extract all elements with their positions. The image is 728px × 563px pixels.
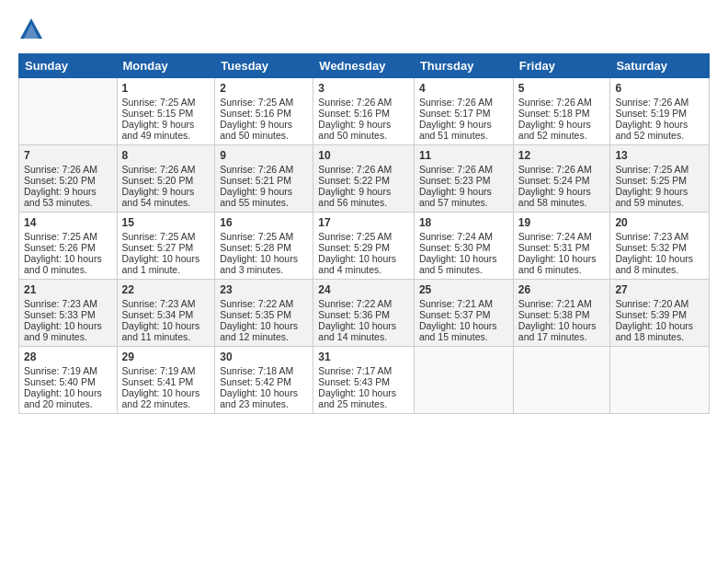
day-info-line: Sunrise: 7:25 AM — [318, 231, 409, 242]
day-info-line: Sunset: 5:37 PM — [419, 309, 508, 320]
day-info-line: Daylight: 9 hours — [419, 119, 508, 130]
day-info-line: Sunrise: 7:21 AM — [518, 298, 606, 309]
page: SundayMondayTuesdayWednesdayThursdayFrid… — [0, 0, 728, 423]
calendar-cell: 3Sunrise: 7:26 AMSunset: 5:16 PMDaylight… — [313, 78, 415, 145]
day-info-line: Sunrise: 7:26 AM — [419, 97, 508, 108]
day-number: 21 — [24, 283, 112, 296]
day-info-line: Sunrise: 7:25 AM — [220, 97, 308, 108]
day-info-line: Daylight: 10 hours — [122, 387, 210, 398]
header — [18, 17, 710, 42]
day-number: 2 — [220, 82, 308, 95]
day-info-line: Sunset: 5:24 PM — [518, 175, 606, 186]
day-info-line: Sunset: 5:42 PM — [220, 376, 308, 387]
calendar-cell: 7Sunrise: 7:26 AMSunset: 5:20 PMDaylight… — [19, 145, 118, 213]
day-info-line: Sunset: 5:16 PM — [220, 108, 308, 119]
day-info-line: Daylight: 10 hours — [318, 253, 409, 264]
calendar-cell: 22Sunrise: 7:23 AMSunset: 5:34 PMDayligh… — [117, 280, 215, 347]
calendar-cell: 29Sunrise: 7:19 AMSunset: 5:41 PMDayligh… — [117, 347, 215, 414]
day-info-line: Sunset: 5:21 PM — [220, 175, 308, 186]
day-info-line: Daylight: 10 hours — [24, 253, 112, 264]
day-info-line: and 50 minutes. — [318, 130, 409, 141]
day-info-line: Daylight: 10 hours — [615, 320, 704, 331]
day-number: 16 — [220, 216, 308, 229]
day-info-line: and 22 minutes. — [122, 398, 210, 409]
day-info-line: Sunset: 5:29 PM — [318, 242, 409, 253]
day-number: 17 — [318, 216, 409, 229]
day-info-line: and 51 minutes. — [419, 130, 508, 141]
day-info-line: Daylight: 10 hours — [419, 320, 508, 331]
day-number: 11 — [419, 149, 508, 162]
day-info-line: Sunrise: 7:21 AM — [419, 298, 508, 309]
day-info-line: Sunrise: 7:26 AM — [122, 164, 210, 175]
day-info-line: Sunset: 5:38 PM — [518, 309, 606, 320]
day-info-line: Sunset: 5:39 PM — [615, 309, 704, 320]
day-info-line: Sunset: 5:17 PM — [419, 108, 508, 119]
day-info-line: Sunrise: 7:20 AM — [615, 298, 704, 309]
day-info-line: Sunset: 5:27 PM — [122, 242, 210, 253]
day-number: 13 — [615, 149, 704, 162]
day-info-line: and 0 minutes. — [24, 264, 112, 275]
calendar-cell: 2Sunrise: 7:25 AMSunset: 5:16 PMDaylight… — [215, 78, 313, 145]
day-info-line: and 52 minutes. — [615, 130, 704, 141]
calendar-week-row: 28Sunrise: 7:19 AMSunset: 5:40 PMDayligh… — [19, 347, 710, 414]
day-number: 28 — [24, 350, 112, 363]
day-info-line: Daylight: 10 hours — [419, 253, 508, 264]
day-number: 14 — [24, 216, 112, 229]
day-info-line: Sunrise: 7:22 AM — [220, 298, 308, 309]
day-info-line: Sunset: 5:40 PM — [24, 376, 112, 387]
day-info-line: Sunrise: 7:19 AM — [24, 365, 112, 376]
day-info-line: Sunrise: 7:17 AM — [318, 365, 409, 376]
day-info-line: Daylight: 9 hours — [24, 186, 112, 197]
day-info-line: Sunrise: 7:26 AM — [24, 164, 112, 175]
calendar-cell: 15Sunrise: 7:25 AMSunset: 5:27 PMDayligh… — [117, 213, 215, 280]
day-info-line: Sunset: 5:25 PM — [615, 175, 704, 186]
day-info-line: Sunset: 5:30 PM — [419, 242, 508, 253]
logo-icon — [18, 17, 44, 42]
calendar-table: SundayMondayTuesdayWednesdayThursdayFrid… — [18, 53, 710, 414]
weekday-header-saturday: Saturday — [610, 54, 710, 78]
day-info-line: Sunrise: 7:25 AM — [122, 97, 210, 108]
day-info-line: Sunrise: 7:26 AM — [318, 97, 409, 108]
day-number: 12 — [518, 149, 606, 162]
day-info-line: and 52 minutes. — [518, 130, 606, 141]
calendar-cell: 24Sunrise: 7:22 AMSunset: 5:36 PMDayligh… — [313, 280, 415, 347]
calendar-cell: 5Sunrise: 7:26 AMSunset: 5:18 PMDaylight… — [513, 78, 610, 145]
day-number: 9 — [220, 149, 308, 162]
day-info-line: and 25 minutes. — [318, 398, 409, 409]
calendar-cell: 8Sunrise: 7:26 AMSunset: 5:20 PMDaylight… — [117, 145, 215, 213]
day-info-line: Sunset: 5:22 PM — [318, 175, 409, 186]
day-info-line: Sunrise: 7:25 AM — [220, 231, 308, 242]
day-info-line: Sunrise: 7:26 AM — [419, 164, 508, 175]
day-info-line: Sunrise: 7:26 AM — [615, 97, 704, 108]
weekday-header-thursday: Thursday — [414, 54, 513, 78]
day-info-line: Sunset: 5:36 PM — [318, 309, 409, 320]
calendar-week-row: 1Sunrise: 7:25 AMSunset: 5:15 PMDaylight… — [19, 78, 710, 145]
day-info-line: Sunrise: 7:23 AM — [24, 298, 112, 309]
day-info-line: and 53 minutes. — [24, 197, 112, 208]
day-number: 29 — [122, 350, 210, 363]
day-number: 30 — [220, 350, 308, 363]
day-number: 15 — [122, 216, 210, 229]
day-info-line: Sunrise: 7:26 AM — [518, 164, 606, 175]
day-info-line: and 6 minutes. — [518, 264, 606, 275]
day-info-line: Sunrise: 7:18 AM — [220, 365, 308, 376]
weekday-header-sunday: Sunday — [19, 54, 118, 78]
day-info-line: Daylight: 10 hours — [318, 387, 409, 398]
calendar-cell — [19, 78, 118, 145]
day-info-line: Sunset: 5:20 PM — [24, 175, 112, 186]
calendar-cell: 18Sunrise: 7:24 AMSunset: 5:30 PMDayligh… — [414, 213, 513, 280]
day-info-line: and 11 minutes. — [122, 331, 210, 342]
day-info-line: Daylight: 9 hours — [318, 186, 409, 197]
calendar-cell: 25Sunrise: 7:21 AMSunset: 5:37 PMDayligh… — [414, 280, 513, 347]
calendar-cell: 10Sunrise: 7:26 AMSunset: 5:22 PMDayligh… — [313, 145, 415, 213]
calendar-cell: 12Sunrise: 7:26 AMSunset: 5:24 PMDayligh… — [513, 145, 610, 213]
day-info-line: Sunrise: 7:25 AM — [615, 164, 704, 175]
day-info-line: and 57 minutes. — [419, 197, 508, 208]
day-info-line: and 59 minutes. — [615, 197, 704, 208]
day-info-line: Daylight: 9 hours — [615, 119, 704, 130]
day-info-line: Daylight: 9 hours — [220, 119, 308, 130]
day-info-line: Sunset: 5:41 PM — [122, 376, 210, 387]
calendar-week-row: 14Sunrise: 7:25 AMSunset: 5:26 PMDayligh… — [19, 213, 710, 280]
day-number: 23 — [220, 283, 308, 296]
day-info-line: Sunset: 5:43 PM — [318, 376, 409, 387]
